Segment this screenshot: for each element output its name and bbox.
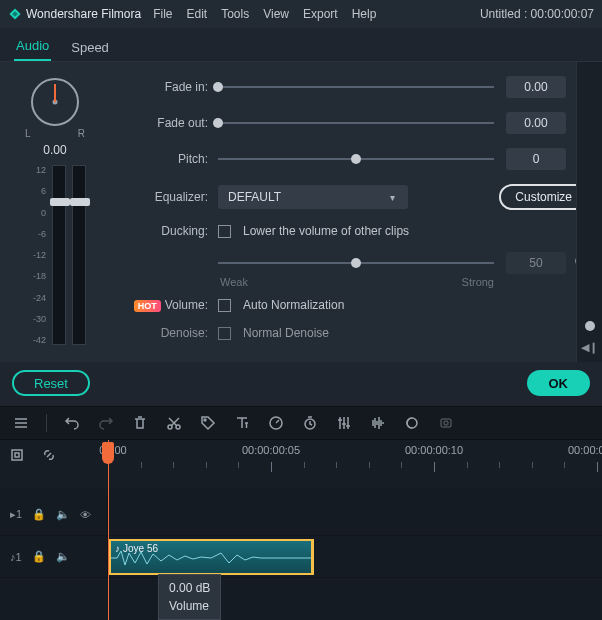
fade-in-slider[interactable] — [218, 80, 494, 94]
delete-icon[interactable] — [131, 414, 149, 432]
menu-bar: File Edit Tools View Export Help — [153, 7, 376, 21]
svg-rect-8 — [441, 419, 451, 427]
time-label: 00:00:00:10 — [405, 444, 463, 456]
app-logo: Wondershare Filmora — [8, 7, 141, 21]
hot-badge: HOT — [134, 300, 161, 312]
auto-normalization-checkbox[interactable] — [218, 299, 231, 312]
redo-icon[interactable] — [97, 414, 115, 432]
denoise-label: Denoise: — [130, 326, 208, 340]
ducking-label: Ducking: — [130, 224, 208, 238]
marker-icon[interactable] — [8, 446, 26, 464]
eye-icon[interactable]: 👁 — [80, 509, 91, 521]
denoise-checkbox-label: Normal Denoise — [243, 326, 329, 340]
meter-tick: -12 — [24, 250, 46, 260]
app-name: Wondershare Filmora — [26, 7, 141, 21]
fade-in-label: Fade in: — [130, 80, 208, 94]
menu-tools[interactable]: Tools — [221, 7, 249, 21]
mute-icon[interactable]: ◀❙ — [581, 341, 598, 354]
volume-tooltip: 0.00 dB Volume — [158, 574, 221, 620]
right-strip: ◀❙ — [576, 62, 602, 362]
pan-l: L — [25, 128, 31, 139]
ducking-value: 50 — [506, 252, 566, 274]
svg-point-4 — [204, 419, 206, 421]
meter-tick: 0 — [24, 208, 46, 218]
tooltip-label: Volume — [169, 597, 210, 615]
record-dot-icon[interactable] — [585, 321, 595, 331]
svg-rect-11 — [15, 453, 19, 457]
customize-button[interactable]: Customize — [499, 184, 588, 210]
pan-column: LR 0.00 12 6 0 -6 -12 -18 -24 -30 -42 — [0, 62, 110, 362]
pitch-value[interactable]: 0 — [506, 148, 566, 170]
fade-out-label: Fade out: — [130, 116, 208, 130]
strong-label: Strong — [462, 276, 494, 288]
duration-icon[interactable] — [301, 414, 319, 432]
mute-icon[interactable]: 🔈 — [56, 550, 70, 563]
menu-icon[interactable] — [12, 414, 30, 432]
meter-tick: 6 — [24, 186, 46, 196]
audio-controls: Fade in: 0.00 s Fade out: 0.00 s Pitch: … — [110, 62, 602, 362]
timeline-ruler: 00:00 00:00:00:05 00:00:00:10 00:00:00:1… — [0, 440, 602, 488]
pan-value: 0.00 — [43, 143, 66, 157]
fade-out-slider[interactable] — [218, 116, 494, 130]
ok-button[interactable]: OK — [527, 370, 591, 396]
lock-icon[interactable]: 🔒 — [32, 550, 46, 563]
menu-export[interactable]: Export — [303, 7, 338, 21]
ducking-slider[interactable] — [218, 256, 494, 270]
menu-help[interactable]: Help — [352, 7, 377, 21]
speed-icon[interactable] — [267, 414, 285, 432]
pitch-slider[interactable] — [218, 152, 494, 166]
record-icon[interactable] — [437, 414, 455, 432]
tab-audio[interactable]: Audio — [14, 30, 51, 61]
level-meter: 12 6 0 -6 -12 -18 -24 -30 -42 — [24, 165, 86, 345]
auto-normalization-label: Auto Normalization — [243, 298, 344, 312]
playhead[interactable] — [108, 440, 109, 620]
menu-view[interactable]: View — [263, 7, 289, 21]
audio-track-body[interactable]: ♪Joye 56 0.00 dB Volume — [108, 536, 602, 577]
reset-button[interactable]: Reset — [12, 370, 90, 396]
svg-rect-10 — [12, 450, 22, 460]
tag-icon[interactable] — [199, 414, 217, 432]
tab-speed[interactable]: Speed — [69, 32, 111, 61]
color-icon[interactable] — [403, 414, 421, 432]
audio-track: ♪1 🔒 🔈 ♪Joye 56 0.00 dB Volume — [0, 536, 602, 578]
time-label: 00:00:00:15 — [568, 444, 602, 456]
ruler-track[interactable]: 00:00 00:00:00:05 00:00:00:10 00:00:00:1… — [108, 440, 602, 488]
meter-ticks: 12 6 0 -6 -12 -18 -24 -30 -42 — [24, 165, 46, 345]
audio-panel: LR 0.00 12 6 0 -6 -12 -18 -24 -30 -42 Fa… — [0, 62, 602, 362]
undo-icon[interactable] — [63, 414, 81, 432]
audio-icon[interactable] — [369, 414, 387, 432]
volume-label: Volume: — [165, 298, 208, 312]
pan-dial[interactable] — [31, 78, 79, 126]
meter-tick: -18 — [24, 271, 46, 281]
menu-edit[interactable]: Edit — [187, 7, 208, 21]
weak-label: Weak — [220, 276, 248, 288]
fade-in-value[interactable]: 0.00 — [506, 76, 566, 98]
audio-clip[interactable]: ♪Joye 56 — [108, 539, 314, 575]
link-icon[interactable] — [40, 446, 58, 464]
meter-tick: -6 — [24, 229, 46, 239]
pan-r: R — [78, 128, 85, 139]
lock-icon[interactable]: 🔒 — [32, 508, 46, 521]
text-icon[interactable] — [233, 414, 251, 432]
volume-fader[interactable] — [72, 165, 86, 345]
fade-out-value[interactable]: 0.00 — [506, 112, 566, 134]
mute-icon[interactable]: 🔈 — [56, 508, 70, 521]
pitch-label: Pitch: — [130, 152, 208, 166]
panel-buttons: Reset OK — [0, 362, 602, 406]
equalizer-label: Equalizer: — [130, 190, 208, 204]
title-bar: Wondershare Filmora File Edit Tools View… — [0, 0, 602, 28]
volume-fader[interactable] — [52, 165, 66, 345]
project-title: Untitled : 00:00:00:07 — [480, 7, 594, 21]
tab-bar: Audio Speed — [0, 28, 602, 62]
adjust-icon[interactable] — [335, 414, 353, 432]
meter-tick: 12 — [24, 165, 46, 175]
timeline-toolbar — [0, 406, 602, 440]
denoise-checkbox[interactable] — [218, 327, 231, 340]
ducking-checkbox-label: Lower the volume of other clips — [243, 224, 409, 238]
menu-file[interactable]: File — [153, 7, 172, 21]
meter-tick: -24 — [24, 293, 46, 303]
cut-icon[interactable] — [165, 414, 183, 432]
equalizer-select[interactable]: DEFAULT — [218, 185, 408, 209]
video-track: ▸1 🔒 🔈 👁 — [0, 494, 602, 536]
ducking-checkbox[interactable] — [218, 225, 231, 238]
